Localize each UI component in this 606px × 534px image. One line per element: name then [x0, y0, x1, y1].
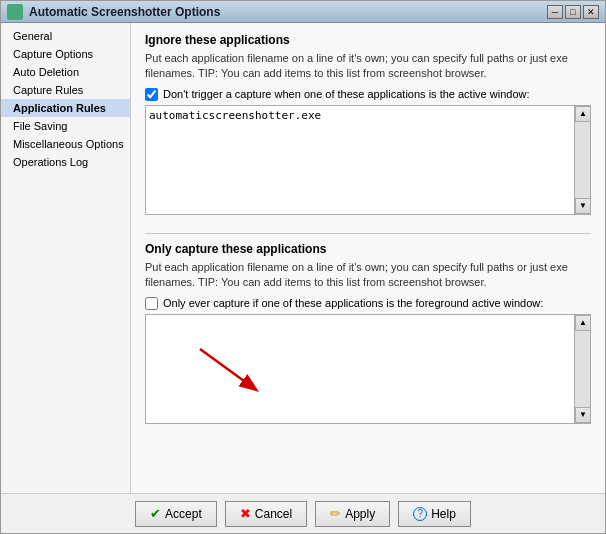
sidebar-item-miscellaneous[interactable]: Miscellaneous Options [1, 135, 130, 153]
only-textarea-wrapper: ▲ ▼ [145, 314, 591, 424]
ignore-checkbox-row: Don't trigger a capture when one of thes… [145, 88, 591, 101]
window-title: Automatic Screenshotter Options [29, 5, 220, 19]
content-area: General Capture Options Auto Deletion Ca… [1, 23, 605, 493]
cancel-icon: ✖ [240, 506, 251, 521]
only-textarea[interactable] [146, 315, 574, 423]
only-checkbox-row: Only ever capture if one of these applic… [145, 297, 591, 310]
only-checkbox-label: Only ever capture if one of these applic… [163, 297, 543, 309]
main-window: Automatic Screenshotter Options ─ □ ✕ Ge… [0, 0, 606, 534]
ignore-scroll-up[interactable]: ▲ [575, 106, 591, 122]
sidebar-item-general[interactable]: General [1, 27, 130, 45]
ignore-section: Ignore these applications Put each appli… [145, 33, 591, 215]
ignore-textarea-container: automaticscreenshotter.exe ▲ ▼ [145, 105, 591, 215]
help-icon: ? [413, 507, 427, 521]
app-icon [7, 4, 23, 20]
only-scroll-track[interactable] [575, 331, 590, 407]
sidebar-item-auto-deletion[interactable]: Auto Deletion [1, 63, 130, 81]
accept-icon: ✔ [150, 506, 161, 521]
only-scroll-up[interactable]: ▲ [575, 315, 591, 331]
ignore-section-desc: Put each application filename on a line … [145, 51, 591, 82]
ignore-scroll-track[interactable] [575, 122, 590, 198]
main-panel: Ignore these applications Put each appli… [131, 23, 605, 493]
only-section-desc: Put each application filename on a line … [145, 260, 591, 291]
sidebar-item-capture-rules[interactable]: Capture Rules [1, 81, 130, 99]
sidebar-item-operations-log[interactable]: Operations Log [1, 153, 130, 171]
only-scroll-down[interactable]: ▼ [575, 407, 591, 423]
ignore-textarea[interactable]: automaticscreenshotter.exe [146, 106, 574, 214]
section-divider [145, 233, 591, 234]
ignore-checkbox-label: Don't trigger a capture when one of thes… [163, 88, 530, 100]
only-textarea-container: ▲ ▼ [145, 314, 591, 424]
only-section: Only capture these applications Put each… [145, 242, 591, 424]
only-scrollbar[interactable]: ▲ ▼ [574, 315, 590, 423]
sidebar-item-capture-options[interactable]: Capture Options [1, 45, 130, 63]
ignore-checkbox[interactable] [145, 88, 158, 101]
ignore-scroll-down[interactable]: ▼ [575, 198, 591, 214]
close-button[interactable]: ✕ [583, 5, 599, 19]
apply-button[interactable]: ✏ Apply [315, 501, 390, 527]
ignore-section-title: Ignore these applications [145, 33, 591, 47]
sidebar-item-application-rules[interactable]: Application Rules [1, 99, 130, 117]
only-checkbox[interactable] [145, 297, 158, 310]
title-bar: Automatic Screenshotter Options ─ □ ✕ [1, 1, 605, 23]
help-button[interactable]: ? Help [398, 501, 471, 527]
accept-button[interactable]: ✔ Accept [135, 501, 217, 527]
sidebar-item-file-saving[interactable]: File Saving [1, 117, 130, 135]
maximize-button[interactable]: □ [565, 5, 581, 19]
bottom-bar: ✔ Accept ✖ Cancel ✏ Apply ? Help [1, 493, 605, 533]
sidebar: General Capture Options Auto Deletion Ca… [1, 23, 131, 493]
minimize-button[interactable]: ─ [547, 5, 563, 19]
cancel-button[interactable]: ✖ Cancel [225, 501, 307, 527]
ignore-scrollbar[interactable]: ▲ ▼ [574, 106, 590, 214]
only-section-title: Only capture these applications [145, 242, 591, 256]
window-controls: ─ □ ✕ [547, 5, 599, 19]
apply-icon: ✏ [330, 506, 341, 521]
